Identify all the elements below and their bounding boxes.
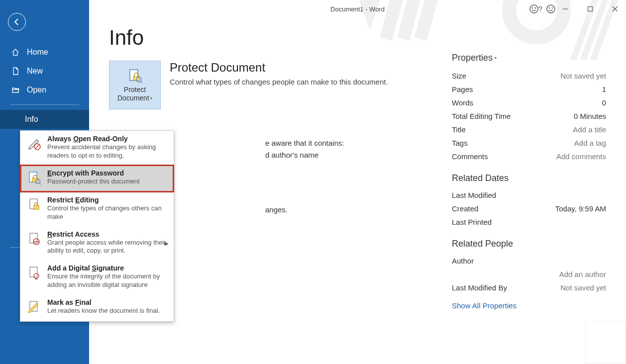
properties-panel: Properties▾ SizeNot saved yet Pages1 Wor…: [452, 53, 606, 310]
prop-author: Author: [452, 254, 606, 268]
protect-document-icon: [127, 68, 143, 84]
prop-title[interactable]: TitleAdd a title: [452, 123, 606, 136]
prop-comments[interactable]: CommentsAdd comments: [452, 150, 606, 163]
sidebar-item-home[interactable]: Home: [0, 43, 89, 62]
prop-size: SizeNot saved yet: [452, 69, 606, 83]
chevron-down-icon: ▾: [495, 56, 497, 60]
new-icon: [11, 67, 20, 75]
svg-line-20: [140, 81, 142, 83]
final-icon: [26, 298, 42, 316]
properties-dropdown[interactable]: Properties▾: [452, 53, 606, 63]
prop-words: Words0: [452, 96, 606, 109]
sidebar-label: New: [27, 67, 43, 76]
back-button[interactable]: [8, 13, 26, 31]
home-icon: [11, 48, 20, 56]
submenu-arrow-icon: ▶: [165, 240, 169, 246]
restrict-access-icon: [26, 230, 42, 248]
prop-pages: Pages1: [452, 83, 606, 96]
protect-button-label: Protect Document ▾: [109, 86, 160, 102]
prop-last-modified-by: Last Modified ByNot saved yet: [452, 281, 606, 294]
svg-rect-14: [588, 7, 593, 11]
menu-restrict-editing[interactable]: Restrict EditingControl the types of cha…: [20, 192, 174, 226]
sidebar-label: Home: [27, 48, 48, 57]
sidebar-item-info[interactable]: Info: [0, 110, 89, 129]
chevron-down-icon: ▾: [149, 96, 152, 100]
protect-document-heading: Protect Document: [170, 61, 388, 75]
restrict-editing-icon: [26, 196, 42, 214]
svg-line-22: [35, 145, 39, 149]
related-people-heading: Related People: [452, 239, 606, 249]
menu-always-open-readonly[interactable]: Always Open Read-OnlyPrevent accidental …: [20, 131, 174, 165]
svg-line-26: [39, 183, 41, 184]
protect-document-button[interactable]: Protect Document ▾: [109, 61, 161, 109]
show-all-properties-link[interactable]: Show All Properties: [452, 301, 517, 310]
open-icon: [11, 86, 20, 94]
menu-encrypt-with-password[interactable]: Encrypt with PasswordPassword-protect th…: [20, 165, 174, 192]
document-title: Document1 - Word: [330, 5, 385, 13]
page-title: Info: [109, 26, 606, 50]
prop-tags[interactable]: TagsAdd a tag: [452, 136, 606, 150]
svg-rect-28: [34, 205, 39, 209]
close-button[interactable]: [608, 2, 622, 16]
encrypt-icon: [26, 169, 42, 187]
protect-document-desc: Control what types of changes people can…: [170, 78, 388, 86]
svg-point-8: [532, 7, 532, 8]
prop-created: CreatedToday, 9:59 AM: [452, 202, 606, 215]
add-author[interactable]: Add an author: [452, 268, 606, 281]
protect-document-dropdown: Always Open Read-OnlyPrevent accidental …: [20, 130, 174, 322]
menu-mark-as-final[interactable]: Mark as FinalLet readers know the docume…: [20, 294, 174, 321]
menu-digital-signature[interactable]: Add a Digital SignatureEnsure the integr…: [20, 260, 174, 294]
signature-icon: [26, 264, 42, 282]
sidebar-item-open[interactable]: Open: [0, 81, 89, 99]
white-overlay: [585, 321, 626, 364]
sidebar-label: Open: [27, 86, 46, 94]
titlebar: Document1 - Word ?: [89, 0, 626, 18]
help-button[interactable]: ?: [533, 2, 547, 16]
hidden-content-text: e aware that it contains: d author's nam…: [265, 137, 344, 216]
sidebar-item-new[interactable]: New: [0, 62, 89, 81]
prop-last-modified: Last Modified: [452, 188, 606, 202]
maximize-button[interactable]: [583, 2, 597, 16]
related-dates-heading: Related Dates: [452, 173, 606, 183]
minimize-button[interactable]: [558, 2, 572, 16]
svg-rect-24: [32, 178, 38, 182]
prop-last-printed: Last Printed: [452, 215, 606, 229]
sidebar-label: Info: [25, 115, 38, 124]
sidebar-separator: [10, 104, 79, 105]
menu-restrict-access[interactable]: Restrict AccessGrant people access while…: [20, 226, 174, 261]
prop-edit-time: Total Editing Time0 Minutes: [452, 109, 606, 123]
readonly-icon: [26, 135, 42, 153]
